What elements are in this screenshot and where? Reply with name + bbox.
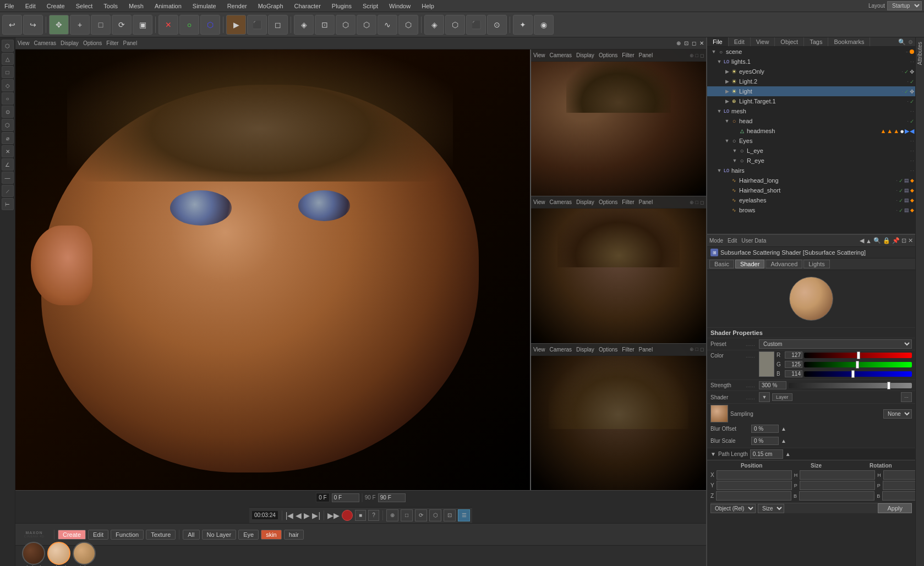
tree-row-scene[interactable]: ▼ ○ scene · · <box>707 47 915 57</box>
attributes-label[interactable]: Attributes <box>916 37 924 69</box>
record-btn[interactable] <box>342 510 353 521</box>
blur-offset-arrow[interactable]: ▲ <box>781 426 786 432</box>
panel-tab-object[interactable]: Object <box>775 37 804 46</box>
material-dark-sk[interactable]: dark_sk <box>22 542 45 567</box>
playback-btn[interactable]: ⬛ <box>247 15 267 35</box>
path-length-arrow[interactable]: ▲ <box>785 451 791 457</box>
props-ctrl1[interactable]: ⊡ <box>901 237 906 244</box>
props-ctrl2[interactable]: ✕ <box>908 237 913 244</box>
tab-texture[interactable]: Texture <box>146 530 176 540</box>
sidebar-tool-1[interactable]: ⬡ <box>2 40 14 52</box>
sidebar-tool-4[interactable]: ◇ <box>2 79 14 91</box>
blur-scale-arrow[interactable]: ▲ <box>781 438 786 444</box>
y-size[interactable]: 137.482 cm <box>800 481 875 490</box>
vp-tab-options[interactable]: Options <box>83 40 102 46</box>
r-slider-track[interactable] <box>804 353 912 358</box>
anim-btn-1[interactable]: ⊕ <box>386 509 398 521</box>
tree-row-head[interactable]: ▼ ○ head · ✓ <box>707 116 915 126</box>
anim-btn-2[interactable]: □ <box>401 509 413 521</box>
anim-btn-6[interactable]: ☰ <box>458 509 470 521</box>
vp-tab-panel[interactable]: Panel <box>123 40 138 46</box>
shader-expand-btn[interactable]: ▼ <box>759 392 770 402</box>
tree-row-hairlong[interactable]: ∿ Hairhead_long · ✓ ▤ ◆ <box>707 175 915 185</box>
tool-e[interactable]: ∿ <box>378 15 397 35</box>
anim-btn-4[interactable]: ⬡ <box>429 509 441 521</box>
props-pin-icon[interactable]: 📌 <box>892 237 900 244</box>
tool-j[interactable]: ⊙ <box>487 15 507 35</box>
tool-f[interactable]: ⬡ <box>398 15 418 35</box>
menu-mograph[interactable]: MoGraph <box>256 2 286 10</box>
tree-row-hairs[interactable]: ▼ L0 hairs · · <box>707 166 915 175</box>
rvp-bot-cameras[interactable]: Cameras <box>550 347 572 353</box>
menu-mesh[interactable]: Mesh <box>127 2 146 10</box>
sidebar-tool-3[interactable]: □ <box>2 66 14 78</box>
preset-dropdown[interactable]: Custom <box>759 339 912 349</box>
end-frame-input[interactable]: 90 F <box>378 493 406 502</box>
material-mipsat[interactable]: Mip/Sat <box>73 542 96 567</box>
tree-row-lights1[interactable]: ▼ L0 lights.1 · · <box>707 57 915 67</box>
menu-edit[interactable]: Edit <box>23 2 38 10</box>
menu-help[interactable]: Help <box>419 2 436 10</box>
rvp-mid-options[interactable]: Options <box>599 199 617 205</box>
tree-row-eyes[interactable]: ▼ ○ Eyes · · <box>707 136 915 146</box>
tab-function[interactable]: Function <box>111 530 144 540</box>
tree-row-reye[interactable]: ▼ ○ R_eye · · <box>707 156 915 166</box>
rvp-top-cameras[interactable]: Cameras <box>550 52 572 58</box>
stop-btn[interactable]: ■ <box>355 510 366 521</box>
filter-skin[interactable]: skin <box>261 530 282 540</box>
rvp-bot-view[interactable]: View <box>533 347 545 353</box>
menu-window[interactable]: Window <box>387 2 413 10</box>
y-rot[interactable]: 0 ° <box>883 481 915 490</box>
tab-basic[interactable]: Basic <box>709 260 734 268</box>
x-tool[interactable]: ✕ <box>158 15 178 35</box>
main-viewport[interactable] <box>15 50 530 490</box>
z-rot[interactable]: 0 ° <box>882 491 915 501</box>
tab-advanced[interactable]: Advanced <box>766 260 802 268</box>
tab-create[interactable]: Create <box>58 530 86 540</box>
play-end-btn[interactable]: ▶▶ <box>327 511 340 520</box>
tree-row-mesh[interactable]: ▼ L0 mesh · · <box>707 106 915 116</box>
tab-edit[interactable]: Edit <box>88 530 108 540</box>
b-value[interactable] <box>785 370 802 377</box>
tool-k[interactable]: ✦ <box>513 15 533 35</box>
menu-animation[interactable]: Animation <box>152 2 184 10</box>
rvp-bot-options[interactable]: Options <box>599 347 617 353</box>
y-pos[interactable]: 0 cm <box>717 481 792 490</box>
filter-hair[interactable]: hair <box>284 530 304 540</box>
render2-btn[interactable]: ◻ <box>268 15 288 35</box>
vp-tab-view[interactable]: View <box>18 40 30 46</box>
rvp-mid-filter[interactable]: Filter <box>622 199 634 205</box>
sidebar-tool-10[interactable]: ∠ <box>2 158 14 171</box>
vp-tab-display[interactable]: Display <box>61 40 79 46</box>
tool-c[interactable]: ⬡ <box>336 15 356 35</box>
play-btn[interactable]: ▶ <box>304 511 310 520</box>
panel-tab-bookmarks[interactable]: Bookmarks <box>828 37 870 46</box>
path-length-value[interactable] <box>750 449 783 459</box>
tool-l[interactable]: ◉ <box>534 15 554 35</box>
tab-lights[interactable]: Lights <box>803 260 829 268</box>
current-frame[interactable]: 0 F <box>316 493 329 502</box>
sidebar-tool-9[interactable]: ✕ <box>2 145 14 157</box>
rvp-mid-ctrl3[interactable]: ◻ <box>700 200 704 205</box>
rvp-bot-display[interactable]: Display <box>576 347 594 353</box>
tree-row-eyesonly[interactable]: ▶ ☀ eyesOnly · ✓ ✥ <box>707 67 915 76</box>
rvp-mid-view[interactable]: View <box>533 199 545 205</box>
g-value[interactable] <box>785 361 802 368</box>
userdata-btn[interactable]: User Data <box>741 238 766 244</box>
sidebar-tool-13[interactable]: ⊢ <box>2 198 14 210</box>
rvp-bot-panel[interactable]: Panel <box>639 347 653 353</box>
filter-nolayer[interactable]: No Layer <box>202 530 237 540</box>
rvp-top-panel[interactable]: Panel <box>639 52 653 58</box>
menu-character[interactable]: Character <box>292 2 323 10</box>
menu-tools[interactable]: Tools <box>101 2 120 10</box>
object-rel-dropdown[interactable]: Object (Rel) <box>710 504 756 513</box>
material-pale-sk[interactable]: pale_sk <box>47 542 70 567</box>
menu-render[interactable]: Render <box>225 2 249 10</box>
props-search-icon[interactable]: 🔍 <box>873 237 881 244</box>
rvp-mid-cameras[interactable]: Cameras <box>550 199 572 205</box>
layout-dropdown[interactable]: Startup <box>887 1 922 10</box>
sampling-dropdown[interactable]: None <box>883 409 912 419</box>
tree-row-eyelashes[interactable]: ∿ eyelashes · ✓ ▤ ◆ <box>707 195 915 205</box>
r-value[interactable] <box>785 351 802 359</box>
rvp-bot-filter[interactable]: Filter <box>622 347 634 353</box>
